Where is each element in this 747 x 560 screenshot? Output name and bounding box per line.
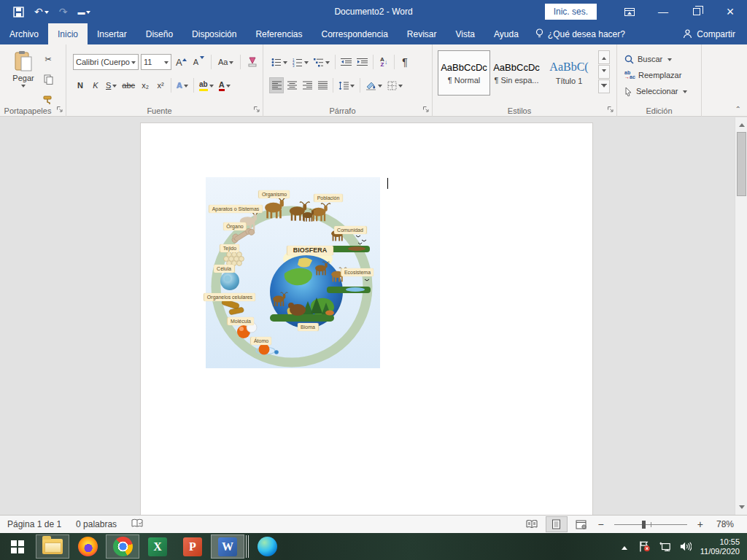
font-name-combo[interactable]: Calibri (Cuerpo bbox=[73, 54, 139, 70]
line-spacing-icon[interactable] bbox=[336, 77, 357, 93]
proofing-book-icon[interactable] bbox=[124, 518, 150, 531]
taskbar-powerpoint[interactable]: P bbox=[176, 534, 209, 559]
save-icon[interactable] bbox=[13, 7, 24, 18]
taskbar-chrome[interactable] bbox=[106, 534, 139, 559]
style-sin-espaciado[interactable]: AaBbCcDc ¶ Sin espa... bbox=[490, 50, 543, 96]
numbering-icon[interactable]: 123 bbox=[290, 54, 311, 70]
paragraph-dialog-launcher[interactable] bbox=[422, 106, 430, 114]
styles-gallery-more[interactable] bbox=[598, 79, 610, 93]
shading-icon[interactable] bbox=[363, 77, 384, 93]
multilevel-list-icon[interactable] bbox=[311, 54, 332, 70]
network-icon[interactable] bbox=[659, 541, 671, 553]
strikethrough-button[interactable]: abc bbox=[120, 77, 137, 93]
subscript-button[interactable]: x₂ bbox=[138, 77, 152, 93]
ribbon-display-options-icon[interactable] bbox=[613, 0, 646, 23]
windows-logo-icon bbox=[11, 540, 24, 553]
clear-format-icon[interactable] bbox=[245, 54, 260, 70]
tab-archivo[interactable]: Archivo bbox=[0, 23, 48, 44]
taskbar-clock[interactable]: 10:55 11/09/2020 bbox=[700, 537, 740, 556]
tab-diseno[interactable]: Diseño bbox=[136, 23, 182, 44]
bullets-icon[interactable] bbox=[269, 54, 290, 70]
styles-dialog-launcher[interactable] bbox=[607, 106, 614, 114]
highlight-button[interactable]: ab bbox=[197, 77, 216, 93]
paste-button[interactable]: Pegar bbox=[7, 50, 39, 88]
cut-icon[interactable]: ✂ bbox=[41, 51, 55, 67]
replace-button[interactable]: ab→ac Reemplazar bbox=[624, 68, 687, 82]
tell-me-box[interactable]: ¿Qué desea hacer? bbox=[528, 23, 632, 44]
justify-icon[interactable] bbox=[315, 77, 330, 93]
align-left-icon[interactable] bbox=[269, 77, 284, 93]
zoom-out-button[interactable]: − bbox=[595, 518, 607, 530]
superscript-button[interactable]: x² bbox=[153, 77, 168, 93]
sort-icon[interactable]: AZ↓ bbox=[376, 54, 391, 70]
bold-button[interactable]: N bbox=[73, 77, 88, 93]
taskbar-file-explorer[interactable] bbox=[36, 534, 69, 559]
change-case-button[interactable]: Aa bbox=[216, 54, 236, 70]
document-page[interactable]: Organismo Población Aparatos o Sistemas … bbox=[141, 123, 592, 515]
zoom-slider[interactable] bbox=[614, 524, 687, 525]
font-size-combo[interactable]: 11 bbox=[141, 54, 171, 70]
zoom-level[interactable]: 78% bbox=[709, 519, 741, 529]
close-icon[interactable]: × bbox=[713, 0, 747, 23]
tab-disposicion[interactable]: Disposición bbox=[182, 23, 246, 44]
align-right-icon[interactable] bbox=[300, 77, 314, 93]
vertical-scrollbar[interactable] bbox=[735, 117, 747, 515]
font-color-button[interactable]: A bbox=[217, 77, 233, 93]
taskbar-edge[interactable] bbox=[250, 534, 284, 559]
taskbar-word[interactable]: W bbox=[211, 534, 244, 559]
format-painter-icon[interactable] bbox=[41, 92, 55, 108]
undo-button[interactable]: ↶ bbox=[34, 6, 49, 18]
tab-revisar[interactable]: Revisar bbox=[398, 23, 446, 44]
print-layout-icon[interactable] bbox=[546, 516, 568, 532]
hidden-icons-chevron[interactable] bbox=[619, 543, 630, 550]
styles-scroll-down[interactable] bbox=[598, 65, 610, 79]
restore-icon[interactable] bbox=[680, 0, 713, 23]
select-button[interactable]: Seleccionar bbox=[624, 84, 687, 98]
start-button[interactable] bbox=[1, 534, 34, 559]
word-count[interactable]: 0 palabras bbox=[69, 519, 124, 529]
shrink-font-icon[interactable]: A bbox=[191, 54, 206, 70]
page-indicator[interactable]: Página 1 de 1 bbox=[0, 519, 69, 529]
collapse-ribbon-chevron[interactable]: ⌃ bbox=[735, 105, 741, 113]
borders-icon[interactable] bbox=[385, 77, 405, 93]
taskbar-firefox[interactable] bbox=[71, 534, 104, 559]
show-marks-button[interactable]: ¶ bbox=[398, 54, 412, 70]
zoom-in-button[interactable]: + bbox=[694, 518, 706, 530]
increase-indent-icon[interactable] bbox=[355, 54, 370, 70]
customize-quick-access-icon[interactable]: ▬ bbox=[77, 8, 90, 16]
share-button[interactable]: Compartir bbox=[671, 23, 747, 44]
scroll-down-arrow[interactable] bbox=[735, 502, 747, 515]
minimize-icon[interactable]: — bbox=[646, 0, 680, 23]
font-dialog-launcher[interactable] bbox=[253, 106, 260, 114]
style-titulo-1[interactable]: AaBbC( Título 1 bbox=[543, 50, 595, 96]
biosfera-diagram-image[interactable]: Organismo Población Aparatos o Sistemas … bbox=[206, 177, 380, 368]
action-center-flag-icon[interactable] bbox=[639, 540, 651, 553]
grow-font-icon[interactable]: A bbox=[174, 54, 189, 70]
read-mode-icon[interactable] bbox=[521, 516, 543, 532]
undo-dropdown-arrow[interactable] bbox=[44, 11, 49, 16]
paste-dropdown-arrow[interactable] bbox=[21, 85, 26, 90]
styles-scroll-up[interactable] bbox=[598, 50, 610, 64]
web-layout-icon[interactable] bbox=[570, 516, 592, 532]
copy-icon[interactable] bbox=[41, 71, 55, 88]
zoom-slider-handle[interactable] bbox=[642, 521, 646, 529]
scrollbar-thumb[interactable] bbox=[737, 132, 746, 196]
find-button[interactable]: Buscar bbox=[624, 52, 687, 66]
taskbar-excel[interactable]: X bbox=[141, 534, 174, 559]
decrease-indent-icon[interactable] bbox=[338, 54, 354, 70]
align-center-icon[interactable] bbox=[285, 77, 299, 93]
italic-button[interactable]: K bbox=[88, 77, 103, 93]
sign-in-button[interactable]: Inic. ses. bbox=[545, 4, 597, 20]
tab-inicio[interactable]: Inicio bbox=[48, 23, 88, 44]
style-normal[interactable]: AaBbCcDc ¶ Normal bbox=[438, 50, 490, 96]
scroll-up-arrow[interactable] bbox=[735, 117, 747, 130]
tab-referencias[interactable]: Referencias bbox=[246, 23, 311, 44]
underline-button[interactable]: S bbox=[104, 77, 119, 93]
tab-ayuda[interactable]: Ayuda bbox=[484, 23, 528, 44]
tab-correspondencia[interactable]: Correspondencia bbox=[311, 23, 397, 44]
tab-vista[interactable]: Vista bbox=[446, 23, 484, 44]
tab-insertar[interactable]: Insertar bbox=[88, 23, 136, 44]
speaker-icon[interactable] bbox=[680, 541, 692, 552]
text-effects-button[interactable]: A bbox=[174, 77, 190, 93]
clipboard-dialog-launcher[interactable] bbox=[56, 106, 63, 114]
